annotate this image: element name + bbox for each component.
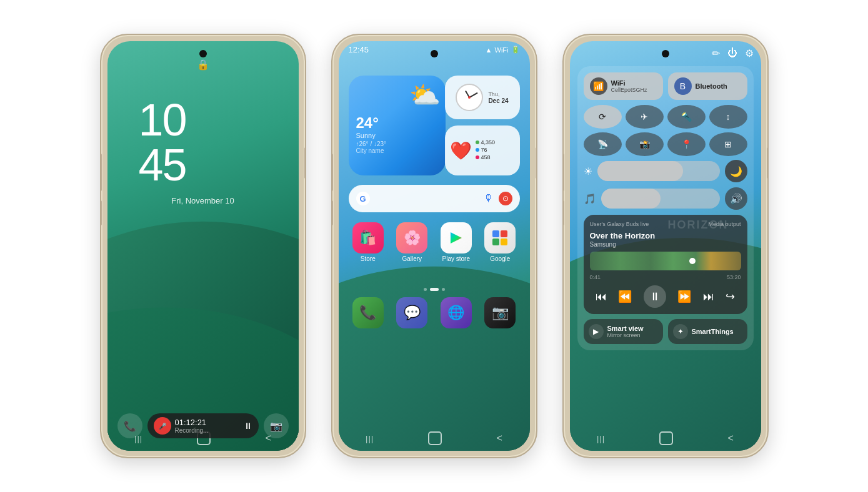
google-logo: G [356, 192, 370, 205]
volume-button[interactable] [100, 154, 102, 191]
edit-icon[interactable]: ✏ [712, 47, 720, 59]
rewind-button[interactable]: ⏪ [618, 290, 632, 303]
power-button[interactable] [767, 147, 769, 179]
navigation-bar: ||| < [570, 428, 761, 451]
app-gallery[interactable]: 🌸 Gallery [392, 222, 432, 262]
volume-down-button[interactable] [100, 200, 102, 225]
clock-widget[interactable]: Thu, Dec 24 [445, 76, 520, 119]
app-google[interactable]: Google [481, 222, 520, 262]
volume-slider[interactable] [601, 189, 720, 209]
volume-down-button[interactable] [562, 200, 564, 225]
brightness-fill [597, 161, 683, 181]
google-grid-icon [492, 230, 507, 245]
camera-hole [199, 50, 207, 57]
app-play-store[interactable]: Play store [437, 222, 476, 262]
data-saver-toggle[interactable]: ↕ [709, 105, 747, 129]
pause-button[interactable]: ⏸ [644, 285, 666, 308]
stat2-value: 76 [481, 147, 487, 153]
smart-view-button[interactable]: ▶ Smart view Mirror screen [584, 319, 663, 344]
dock-messages[interactable]: 💬 [392, 297, 432, 328]
volume-button[interactable] [331, 154, 333, 191]
time-minute: 45 [139, 142, 186, 187]
lens-search-icon[interactable]: ⊙ [499, 192, 512, 205]
browser-app-icon: 🌐 [441, 297, 472, 328]
fast-forward-button[interactable]: ⏩ [677, 290, 691, 303]
location-toggle[interactable]: 📍 [667, 132, 706, 156]
store-label: Store [361, 255, 376, 262]
back-button[interactable]: < [497, 433, 502, 444]
clock-date: Dec 24 [488, 97, 508, 104]
messages-app-icon: 💬 [396, 297, 427, 328]
settings-icon[interactable]: ⚙ [745, 47, 754, 59]
control-panel: 📶 WiFi CellEpotSGHz B Bluetooth ⟳ ✈ [577, 66, 754, 350]
weather-widget[interactable]: ⛅ 24° Sunny ↑26° / ↓23° City name [349, 76, 446, 175]
control-panel-top-icons: ✏ ⏻ ⚙ [712, 47, 754, 59]
app-store[interactable]: 🛍️ Store [349, 222, 388, 262]
g-blue [492, 230, 499, 237]
home-button[interactable] [659, 431, 673, 445]
window-toggle[interactable]: ⊞ [709, 132, 747, 156]
brightness-icon: ☀ [584, 165, 592, 177]
dock-camera[interactable]: 📷 [481, 297, 520, 328]
health-stats: 4,350 76 458 [476, 139, 496, 162]
recording-notification[interactable]: 🎤 01:12:21 Recording... ⏸ [147, 413, 259, 438]
health-stat-steps: 4,350 [476, 139, 496, 145]
camera-shortcut[interactable]: 📷 [264, 413, 289, 438]
media-card[interactable]: User's Galaxy Buds live Media output Ove… [584, 215, 747, 314]
weather-icon: ⛅ [409, 81, 441, 110]
prev-prev-button[interactable]: ⏮ [596, 290, 607, 303]
night-mode-button[interactable]: 🌙 [725, 160, 747, 182]
weather-condition: Sunny [356, 132, 438, 139]
recording-label: Recording... [175, 427, 240, 434]
health-widget[interactable]: ❤️ 4,350 76 458 [445, 125, 520, 175]
volume-icon: 🎵 [584, 193, 596, 205]
g-green [492, 239, 499, 245]
media-source: User's Galaxy Buds live [590, 221, 649, 227]
lock-icon: 🔒 [197, 59, 209, 71]
bluetooth-icon: B [674, 77, 692, 95]
wifi-icon: 📶 [590, 77, 607, 95]
smartthings-button[interactable]: ✦ SmartThings [668, 319, 747, 344]
status-time: 12:45 [349, 45, 369, 54]
wifi-toggle[interactable]: 📶 WiFi CellEpotSGHz [584, 72, 663, 100]
recent-apps-icon[interactable]: ||| [597, 434, 605, 443]
page-indicator [339, 288, 530, 291]
play-store-icon [441, 222, 472, 253]
share-button[interactable]: ↪ [726, 290, 735, 303]
flashlight-toggle[interactable]: 🔦 [667, 105, 706, 129]
dock-browser[interactable]: 🌐 [437, 297, 476, 328]
volume-button[interactable] [562, 154, 564, 191]
phone-shortcut[interactable]: 📞 [117, 413, 142, 438]
gallery-icon: 🌸 [396, 222, 427, 253]
next-button[interactable]: ⏭ [703, 290, 714, 303]
voice-search-icon[interactable]: 🎙 [484, 193, 494, 204]
rotate-toggle[interactable]: ⟳ [584, 105, 622, 129]
homescreen-screen: 12:45 ▲ WiFi 🔋 ⛅ 24° Sunny ↑26° / ↓23° C… [339, 41, 530, 451]
hotspot-toggle[interactable]: 📡 [584, 132, 622, 156]
battery-icon: 🔋 [511, 46, 520, 54]
airplane-toggle[interactable]: ✈ [626, 105, 664, 129]
recent-apps-icon[interactable]: ||| [366, 434, 374, 443]
power-button[interactable] [536, 147, 537, 179]
bluetooth-toggle[interactable]: B Bluetooth [668, 72, 747, 100]
volume-speaker-button[interactable]: 🔊 [725, 187, 747, 210]
pause-button[interactable]: ⏸ [244, 421, 252, 431]
volume-down-button[interactable] [331, 200, 333, 225]
power-button[interactable] [304, 147, 306, 179]
screen-record-toggle[interactable]: 📸 [626, 132, 664, 156]
media-title: Over the Horizon [590, 231, 656, 240]
brightness-slider[interactable] [597, 161, 720, 181]
quick-toggles-row2: 📡 📸 📍 ⊞ [584, 132, 747, 156]
horizon-watermark: HORIZON [668, 219, 729, 232]
stat3-dot [476, 155, 479, 159]
media-title-row: Over the Horizon HORIZON [590, 230, 741, 241]
dock-phone[interactable]: 📞 [349, 297, 388, 328]
weather-temperature: 24° [356, 114, 438, 132]
home-button[interactable] [428, 431, 442, 445]
signal-icon: ▲ [486, 46, 492, 54]
back-button[interactable]: < [728, 433, 734, 444]
power-icon[interactable]: ⏻ [727, 47, 737, 59]
lockscreen-bottom-bar: 📞 🎤 01:12:21 Recording... ⏸ 📷 [107, 413, 299, 438]
smartthings-label: SmartThings [692, 328, 734, 335]
google-search-bar[interactable]: G 🎙 ⊙ [349, 185, 520, 212]
